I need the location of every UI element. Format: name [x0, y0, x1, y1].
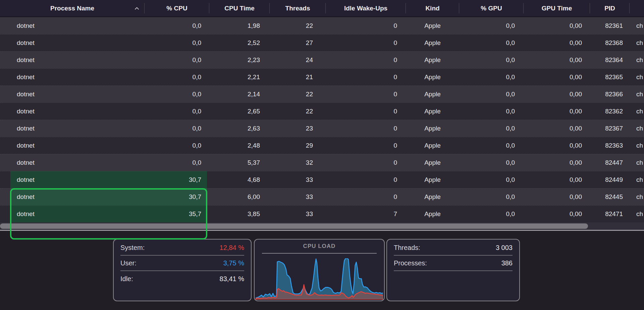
cell-name: dotnet	[0, 86, 145, 103]
cell-pid: 82362	[590, 103, 630, 120]
cell-kind: Apple	[406, 171, 459, 188]
cpu-load-chart	[256, 258, 383, 300]
cell-user: ch	[630, 189, 644, 205]
cell-name: dotnet	[0, 171, 145, 188]
cell-pid: 82449	[590, 171, 630, 188]
cell-gpu: 0,0	[459, 52, 524, 68]
table-row[interactable]: dotnet30,76,00330Apple0,00,0082445ch	[0, 188, 644, 205]
table-row[interactable]: dotnet0,02,65220Apple0,00,0082362ch	[0, 103, 644, 120]
column-header-pid[interactable]: PID	[590, 0, 630, 16]
cell-user: ch	[630, 52, 644, 68]
cpu-load-title-divider	[262, 253, 377, 254]
column-header-label: PID	[604, 5, 615, 12]
cell-user: ch	[630, 17, 644, 34]
cell-pid: 82368	[590, 35, 630, 51]
cell-threads: 33	[270, 189, 326, 205]
cell-pid: 82363	[590, 137, 630, 154]
cell-cpu_time: 6,00	[209, 189, 270, 205]
table-header: Process Name% CPUCPU TimeThreadsIdle Wak…	[0, 0, 644, 17]
table-row[interactable]: dotnet0,02,52270Apple0,00,0082368ch	[0, 34, 644, 51]
cell-threads: 22	[270, 103, 326, 120]
cell-cpu: 0,0	[145, 86, 209, 103]
idle-stat-row: Idle: 83,41 %	[120, 271, 244, 287]
cell-cpu_time: 1,98	[209, 17, 270, 34]
column-header-cpu_time[interactable]: CPU Time	[209, 0, 270, 16]
cell-gpu_time: 0,00	[524, 171, 590, 188]
cell-threads: 21	[270, 69, 326, 86]
table-row[interactable]: dotnet0,02,21210Apple0,00,0082365ch	[0, 68, 644, 86]
cell-pid: 82364	[590, 52, 630, 68]
system-value: 12,84 %	[220, 244, 244, 252]
cpu-load-title: CPU LOAD	[255, 240, 384, 253]
cell-gpu: 0,0	[459, 17, 524, 34]
cell-kind: Apple	[406, 52, 459, 68]
table-row[interactable]: dotnet0,05,37320Apple0,00,0082447ch	[0, 154, 644, 171]
cell-gpu_time: 0,00	[524, 103, 590, 120]
cell-gpu: 0,0	[459, 120, 524, 137]
cell-user: ch	[630, 171, 644, 188]
column-header-gpu_time[interactable]: GPU Time	[524, 0, 590, 16]
column-header-label: % GPU	[481, 5, 502, 12]
cell-idle_wakeups: 0	[326, 137, 406, 154]
cell-kind: Apple	[406, 206, 459, 222]
idle-value: 83,41 %	[220, 275, 244, 283]
cell-user: ch	[630, 103, 644, 120]
cell-gpu_time: 0,00	[524, 17, 590, 34]
cell-threads: 23	[270, 120, 326, 137]
cell-gpu: 0,0	[459, 103, 524, 120]
cell-cpu_time: 2,14	[209, 86, 270, 103]
cell-gpu: 0,0	[459, 35, 524, 51]
cell-gpu_time: 0,00	[524, 86, 590, 103]
system-label: System:	[120, 244, 145, 252]
cell-cpu: 30,7	[145, 171, 209, 188]
cell-cpu_time: 2,23	[209, 52, 270, 68]
cell-gpu_time: 0,00	[524, 137, 590, 154]
cell-name: dotnet	[0, 154, 145, 171]
column-header-label: Threads	[285, 5, 310, 12]
cell-threads: 24	[270, 52, 326, 68]
cell-gpu_time: 0,00	[524, 206, 590, 222]
table-row[interactable]: dotnet0,02,48290Apple0,00,0082363ch	[0, 137, 644, 154]
table-row[interactable]: dotnet0,02,23240Apple0,00,0082364ch	[0, 51, 644, 68]
table-row[interactable]: dotnet0,01,98220Apple0,00,0082361ch	[0, 17, 644, 34]
cell-cpu: 0,0	[145, 69, 209, 86]
column-header-gpu[interactable]: % GPU	[459, 0, 524, 16]
cell-user: ch	[630, 120, 644, 137]
cell-gpu_time: 0,00	[524, 120, 590, 137]
column-header-label: % CPU	[166, 5, 187, 12]
cell-idle_wakeups: 0	[326, 171, 406, 188]
cell-cpu: 35,7	[145, 206, 209, 222]
cell-threads: 32	[270, 154, 326, 171]
table-row[interactable]: dotnet0,02,63230Apple0,00,0082367ch	[0, 120, 644, 137]
table-row[interactable]: dotnet35,73,85337Apple0,00,0082471ch	[0, 205, 644, 222]
table-body: dotnet0,01,98220Apple0,00,0082361chdotne…	[0, 17, 644, 222]
table-row[interactable]: dotnet0,02,14220Apple0,00,0082366ch	[0, 86, 644, 103]
column-header-cpu[interactable]: % CPU	[145, 0, 209, 16]
horizontal-scrollbar[interactable]	[0, 222, 644, 230]
cell-idle_wakeups: 0	[326, 52, 406, 68]
cell-idle_wakeups: 0	[326, 103, 406, 120]
column-header-threads[interactable]: Threads	[270, 0, 326, 16]
cell-gpu_time: 0,00	[524, 69, 590, 86]
cell-cpu: 0,0	[145, 154, 209, 171]
cell-cpu_time: 2,48	[209, 137, 270, 154]
counts-box: Threads: 3 003 Processes: 386	[386, 239, 520, 301]
cell-kind: Apple	[406, 189, 459, 205]
cpu-percentages-box: System: 12,84 % User: 3,75 % Idle: 83,41…	[113, 239, 252, 301]
cell-idle_wakeups: 0	[326, 17, 406, 34]
column-header-kind[interactable]: Kind	[406, 0, 459, 16]
cell-kind: Apple	[406, 86, 459, 103]
cell-user: ch	[630, 69, 644, 86]
cell-name: dotnet	[0, 17, 145, 34]
scrollbar-thumb[interactable]	[0, 223, 588, 229]
cell-name: dotnet	[0, 35, 145, 51]
cell-user: ch	[630, 154, 644, 171]
column-header-idle_wakeups[interactable]: Idle Wake-Ups	[326, 0, 406, 16]
table-row[interactable]: dotnet30,74,68330Apple0,00,0082449ch	[0, 171, 644, 188]
cell-cpu_time: 2,52	[209, 35, 270, 51]
cell-cpu: 30,7	[145, 189, 209, 205]
processes-label: Processes:	[394, 259, 427, 267]
threads-value: 3 003	[496, 244, 513, 252]
column-header-user[interactable]	[630, 0, 644, 16]
column-header-name[interactable]: Process Name	[0, 0, 145, 16]
